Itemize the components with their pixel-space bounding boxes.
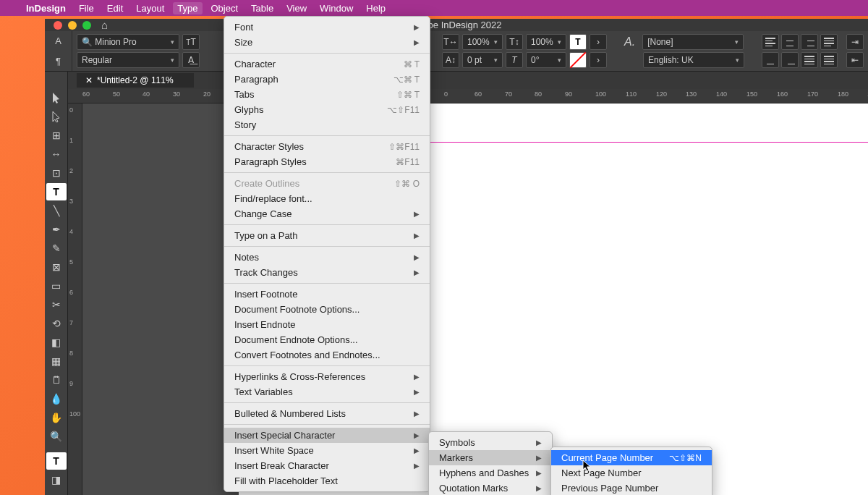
menu-item[interactable]: Paragraph⌥⌘ T	[224, 72, 430, 87]
menu-item[interactable]: Notes▶	[224, 250, 430, 265]
menubar-app[interactable]: InDesign	[26, 3, 66, 14]
menu-item[interactable]: Current Page Number⌥⇧⌘N	[551, 450, 712, 465]
menu-item[interactable]: Glyphs⌥⇧F11	[224, 102, 430, 117]
eyedropper-tool[interactable]: 💧	[46, 390, 67, 407]
type-tool[interactable]: T	[46, 183, 67, 200]
menu-item[interactable]: Insert Footnote	[224, 287, 430, 302]
free-transform-tool[interactable]: ⟲	[46, 315, 67, 332]
menu-item[interactable]: Fill with Placeholder Text	[224, 473, 430, 488]
line-tool[interactable]: ╲	[46, 202, 67, 219]
pencil-tool[interactable]: ✎	[46, 240, 67, 257]
menu-item: Create Outlines⇧⌘ O	[224, 176, 430, 191]
skew-field[interactable]: 0°▾	[526, 52, 566, 68]
home-icon[interactable]: ⌂	[101, 19, 108, 31]
para-panel-icon[interactable]: ¶	[56, 56, 61, 67]
menubar-help[interactable]: Help	[366, 3, 386, 14]
menubar-file[interactable]: File	[79, 3, 94, 14]
language-dropdown[interactable]: English: UK▾	[643, 52, 744, 68]
menu-item[interactable]: Paragraph Styles⌘F11	[224, 154, 430, 169]
fill-arrow-icon[interactable]: ›	[590, 52, 607, 68]
note-tool[interactable]: 🗒	[46, 371, 67, 389]
rectangle-tool[interactable]: ▭	[46, 277, 67, 295]
font-size-icon[interactable]: TT	[182, 34, 200, 50]
baseline-field[interactable]: 0 pt▾	[462, 52, 503, 68]
selection-tool[interactable]	[46, 89, 67, 106]
direct-selection-tool[interactable]	[46, 108, 67, 125]
menu-item[interactable]: Insert Endnote	[224, 317, 430, 332]
menu-item[interactable]: Document Footnote Options...	[224, 302, 430, 317]
close-window-button[interactable]	[54, 21, 62, 30]
leading-icon[interactable]: A͟	[182, 52, 200, 68]
menu-item[interactable]: Type on a Path▶	[224, 228, 430, 243]
rectangle-frame-tool[interactable]: ⊠	[46, 258, 67, 276]
page-tool[interactable]: ⊞	[46, 127, 67, 144]
menu-item[interactable]: Find/replace font...	[224, 191, 430, 206]
zoom-tool[interactable]: 🔍	[46, 428, 67, 445]
indent-button-1[interactable]: ⇥	[846, 34, 864, 50]
char-panel-icon[interactable]: A	[55, 35, 61, 46]
align-center-button[interactable]	[781, 34, 799, 50]
menu-item[interactable]: Markers▶	[429, 450, 552, 465]
indent-button-2[interactable]: ⇤	[846, 52, 864, 68]
justify-all-button[interactable]	[801, 52, 818, 68]
menu-item[interactable]: Character⌘ T	[224, 56, 430, 72]
char-style-dropdown[interactable]: [None]▾	[642, 34, 744, 50]
justify-left-button[interactable]	[820, 34, 838, 50]
vert-scale-field[interactable]: 100%▾	[526, 34, 566, 50]
gradient-feather-tool[interactable]: ▦	[46, 352, 67, 370]
menu-item[interactable]: Hyperlinks & Cross-References▶	[224, 369, 430, 384]
content-collector-tool[interactable]: ⊡	[46, 164, 67, 182]
minimize-window-button[interactable]	[68, 21, 77, 30]
menubar-type[interactable]: Type	[173, 2, 202, 14]
menu-item[interactable]: Tabs⇧⌘ T	[224, 87, 430, 102]
menu-item[interactable]: Document Endnote Options...	[224, 332, 430, 347]
align-grid-button[interactable]	[820, 52, 838, 68]
tools-panel: ⊞ ↔ ⊡ T ╲ ✒ ✎ ⊠ ▭ ✂ ⟲ ◧ ▦ 🗒 💧 ✋ 🔍 T ◨ ▣	[45, 72, 68, 495]
align-left-button[interactable]	[762, 34, 779, 50]
ruler-vertical[interactable]: 0123456789100	[68, 103, 82, 495]
maximize-window-button[interactable]	[82, 21, 91, 30]
view-mode[interactable]: ▣	[46, 490, 67, 495]
menubar-object[interactable]: Object	[211, 3, 239, 14]
justify-center-button[interactable]	[762, 52, 779, 68]
menubar-table[interactable]: Table	[251, 3, 273, 14]
font-style-dropdown[interactable]: Regular▾	[77, 52, 179, 68]
gap-tool[interactable]: ↔	[46, 145, 67, 163]
menubar-view[interactable]: View	[286, 3, 307, 14]
menu-item[interactable]: Symbols▶	[429, 435, 552, 450]
hand-tool[interactable]: ✋	[46, 409, 67, 426]
menu-item[interactable]: Insert Special Character▶	[224, 428, 430, 443]
menu-item[interactable]: Bulleted & Numbered Lists▶	[224, 406, 430, 421]
doc-tab[interactable]: ✕*Untitled-2 @ 111%	[77, 73, 194, 88]
tt-arrow-icon[interactable]: ›	[590, 34, 607, 50]
menu-item[interactable]: Track Changes▶	[224, 265, 430, 280]
font-family-dropdown[interactable]: 🔍 Minion Pro▾	[77, 34, 179, 50]
fill-swatch[interactable]	[569, 52, 587, 68]
horiz-scale-field[interactable]: 100%▾	[462, 34, 503, 50]
menubar-layout[interactable]: Layout	[136, 3, 164, 14]
menubar-edit[interactable]: Edit	[107, 3, 123, 14]
scissors-tool[interactable]: ✂	[46, 296, 67, 313]
menu-item[interactable]: Size▶	[224, 35, 430, 50]
menu-item[interactable]: Change Case▶	[224, 206, 430, 221]
menubar-window[interactable]: Window	[320, 3, 353, 14]
menu-item[interactable]: Character Styles⇧⌘F11	[224, 139, 430, 154]
menu-item[interactable]: Text Variables▶	[224, 384, 430, 399]
fill-stroke-swap[interactable]: T	[46, 452, 67, 470]
align-right-button[interactable]	[801, 34, 818, 50]
pen-tool[interactable]: ✒	[46, 221, 67, 238]
menu-item[interactable]: Story	[224, 117, 430, 132]
menu-item[interactable]: Convert Footnotes and Endnotes...	[224, 347, 430, 363]
ruler-horizontal[interactable]: 6050403020100607080901001101201301401501…	[68, 89, 868, 103]
tt-icon[interactable]: T	[569, 34, 587, 50]
menu-item[interactable]: Next Page Number	[551, 465, 712, 481]
menu-item[interactable]: Font▶	[224, 20, 430, 35]
justify-right-button[interactable]	[781, 52, 799, 68]
default-fill-stroke[interactable]: ◨	[46, 471, 67, 488]
menu-item[interactable]: Insert White Space▶	[224, 443, 430, 458]
menu-item[interactable]: Hyphens and Dashes▶	[429, 465, 552, 481]
gradient-swatch-tool[interactable]: ◧	[46, 334, 67, 351]
menu-item[interactable]: Previous Page Number	[551, 481, 712, 495]
menu-item[interactable]: Insert Break Character▶	[224, 458, 430, 473]
menu-item[interactable]: Quotation Marks▶	[429, 481, 552, 495]
